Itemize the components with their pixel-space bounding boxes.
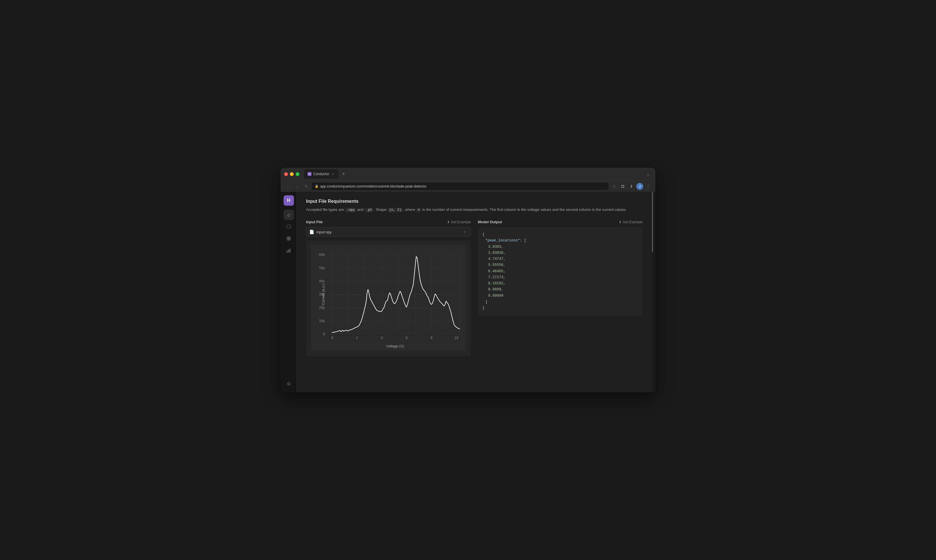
minimize-button[interactable] (290, 172, 294, 176)
settings-icon: ⚙ (287, 381, 291, 386)
maximize-button[interactable] (296, 172, 299, 176)
input-label: Input File (306, 220, 323, 224)
svg-text:0: 0 (323, 332, 325, 336)
scrollbar-track[interactable] (652, 192, 655, 392)
json-value-6.46465: 6.46465, (482, 268, 638, 274)
main-content: Input File Requirements Accepted file ty… (297, 192, 652, 392)
tab-close-button[interactable]: × (331, 172, 335, 176)
bookmark-button[interactable]: ☆ (610, 183, 618, 190)
json-value-5.55556: 5.55556, (482, 262, 638, 268)
extensions-button[interactable] (619, 183, 627, 190)
svg-text:4: 4 (381, 336, 383, 340)
json-value-8.9899: 8.9899, (482, 287, 638, 293)
svg-rect-2 (621, 187, 622, 188)
svg-text:40p: 40p (319, 279, 325, 283)
menu-button[interactable]: ⋮ (644, 183, 652, 190)
app-body: H ⌂ (281, 192, 655, 392)
sidebar-logo: H (283, 195, 294, 206)
scrollbar-thumb[interactable] (652, 192, 653, 252)
refresh-button[interactable]: ↻ (303, 183, 310, 190)
file-icon: 📄 (309, 229, 314, 234)
svg-text:6: 6 (406, 336, 408, 340)
browser-window: H Conductor × + ⌄ ‹ › ↻ 🔒 app.conductorq… (281, 168, 655, 392)
output-get-example-button[interactable]: ⬇ Get Example (619, 220, 643, 224)
titlebar-right: ⌄ (644, 170, 652, 178)
svg-rect-8 (287, 251, 288, 252)
json-close-brace: } (482, 305, 638, 311)
n-var: n (416, 208, 421, 212)
file-clear-button[interactable]: × (462, 229, 468, 235)
tab-area: H Conductor × + (304, 169, 348, 178)
file-type-1: .npy (345, 208, 356, 212)
json-value-3.0303: 3.0303, (482, 244, 638, 250)
svg-rect-1 (623, 185, 624, 186)
svg-text:50p: 50p (319, 266, 325, 270)
chart-container: 0 10p 20p 30p 40p 50p 60p Current (a.u.)… (306, 240, 471, 357)
forward-button[interactable]: › (293, 183, 301, 190)
tab-favicon: H (308, 172, 311, 176)
sidebar-item-atom[interactable] (283, 234, 294, 244)
svg-rect-10 (289, 249, 291, 252)
svg-text:8: 8 (431, 336, 433, 340)
two-col-layout: Input File ⬇ Get Example 📄 input.npy × (306, 220, 643, 357)
titlebar: H Conductor × + ⌄ (281, 168, 655, 180)
new-tab-button[interactable]: + (339, 170, 348, 178)
toolbar-actions: ☆ ⬇ J ⋮ (610, 183, 652, 190)
json-value-7.27273: 7.27273, (482, 274, 638, 281)
user-avatar[interactable]: J (636, 183, 643, 190)
get-example-button[interactable]: ⬇ Get Example (447, 220, 471, 224)
chart-svg: 0 10p 20p 30p 40p 50p 60p Current (a.u.)… (311, 245, 466, 351)
svg-text:Current (a.u.): Current (a.u.) (321, 284, 325, 305)
output-download-icon: ⬇ (619, 220, 622, 224)
requirements-desc: Accepted file types are .npy and .pt. Sh… (306, 207, 643, 213)
sidebar: H ⌂ (281, 192, 297, 392)
input-panel: Input File ⬇ Get Example 📄 input.npy × (306, 220, 471, 357)
json-close-bracket: ] (482, 299, 638, 305)
chart-icon (286, 248, 291, 254)
toolbar: ‹ › ↻ 🔒 app.conductorquantum.com/models/… (281, 180, 655, 192)
tab-conductor[interactable]: H Conductor × (304, 169, 338, 178)
svg-rect-9 (288, 249, 289, 252)
svg-text:20p: 20p (319, 306, 325, 310)
sidebar-settings-button[interactable]: ⚙ (283, 378, 294, 389)
sidebar-item-home[interactable]: ⌂ (283, 210, 294, 220)
atom-icon (286, 236, 291, 242)
svg-rect-3 (623, 187, 624, 188)
traffic-lights (284, 172, 299, 176)
json-value-3.83838: 3.83838, (482, 250, 638, 256)
json-value-8.18182: 8.18182, (482, 281, 638, 287)
json-value-4.74747: 4.74747, (482, 256, 638, 262)
svg-text:0: 0 (331, 336, 333, 340)
close-button[interactable] (284, 172, 288, 176)
url-text: app.conductorquantum.com/models/coulomb-… (320, 185, 426, 188)
lock-icon: 🔒 (315, 185, 319, 188)
file-name-display: input.npy (316, 230, 460, 234)
file-input-row: 📄 input.npy × (306, 227, 471, 237)
json-open-brace: { (482, 232, 638, 238)
download-button[interactable]: ⬇ (628, 183, 635, 190)
json-peak-key-line: "peak_locations": [ (482, 238, 638, 244)
shape-value: (n, 2) (388, 208, 403, 212)
svg-text:10p: 10p (319, 319, 325, 323)
sidebar-item-chart[interactable] (283, 246, 294, 256)
svg-text:10: 10 (454, 336, 459, 340)
svg-rect-11 (311, 245, 466, 351)
home-icon: ⌂ (287, 212, 290, 217)
input-panel-header: Input File ⬇ Get Example (306, 220, 471, 224)
output-panel-wrapper: Model Output ⬇ Get Example { "peak_locat… (478, 220, 643, 357)
svg-text:2: 2 (356, 336, 358, 340)
json-value-9.89899: 9.89899 (482, 293, 638, 299)
svg-text:Voltage (V): Voltage (V) (386, 344, 404, 348)
svg-point-4 (288, 238, 289, 239)
output-panel: { "peak_locations": [ 3.0303, 3.83838, 4… (478, 227, 643, 316)
cloud-icon (286, 225, 291, 229)
back-button[interactable]: ‹ (284, 183, 292, 190)
output-panel-header: Model Output ⬇ Get Example (478, 220, 643, 224)
output-label: Model Output (478, 220, 502, 224)
expand-button[interactable]: ⌄ (644, 170, 652, 178)
sidebar-item-cloud[interactable] (283, 222, 294, 232)
tab-label: Conductor (313, 172, 329, 176)
download-icon: ⬇ (447, 220, 450, 224)
url-bar[interactable]: 🔒 app.conductorquantum.com/models/coulom… (312, 183, 609, 190)
requirements-title: Input File Requirements (306, 199, 643, 204)
